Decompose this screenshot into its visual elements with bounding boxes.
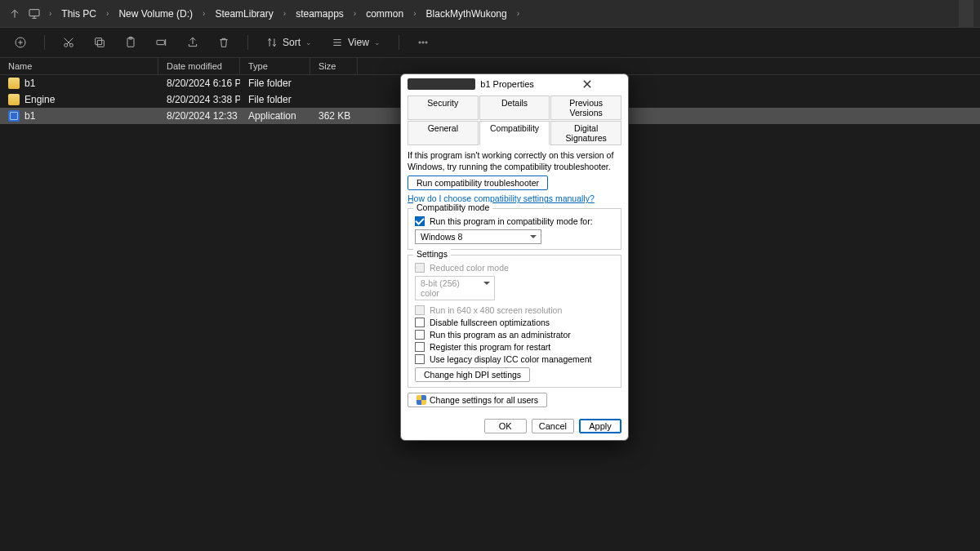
tab-digital-signatures[interactable]: Digital Signatures — [550, 121, 621, 145]
copy-icon[interactable] — [89, 32, 110, 53]
breadcrumb-item[interactable]: New Volume (D:) — [115, 8, 196, 20]
sort-label: Sort — [283, 37, 301, 48]
toolbar: Sort ⌄ View ⌄ — [0, 28, 980, 57]
change-all-users-button[interactable]: Change settings for all users — [408, 393, 547, 407]
compat-os-select[interactable]: Windows 8 — [415, 229, 541, 244]
change-dpi-button[interactable]: Change high DPI settings — [415, 367, 530, 382]
application-icon — [408, 78, 475, 90]
reduced-color-checkbox — [415, 263, 425, 273]
run-640-checkbox — [415, 305, 425, 315]
dialog-title: b1 Properties — [480, 79, 548, 89]
breadcrumb-bar: › This PC › New Volume (D:) › SteamLibra… — [0, 0, 980, 28]
chevron-right-icon: › — [350, 9, 359, 18]
svg-point-9 — [419, 42, 421, 43]
delete-icon[interactable] — [213, 32, 234, 53]
tab-general[interactable]: General — [408, 121, 479, 145]
dialog-intro-text: If this program isn't working correctly … — [408, 150, 621, 172]
svg-rect-5 — [96, 38, 102, 45]
column-header-size[interactable]: Size — [310, 58, 358, 74]
rename-icon[interactable] — [151, 32, 172, 53]
view-label: View — [348, 37, 369, 48]
monitor-icon[interactable] — [26, 6, 42, 22]
tab-security[interactable]: Security — [408, 96, 479, 120]
folder-icon — [8, 94, 20, 105]
column-header-type[interactable]: Type — [240, 58, 310, 74]
ok-button[interactable]: OK — [484, 419, 527, 433]
tab-previous-versions[interactable]: Previous Versions — [550, 96, 621, 120]
chevron-down-icon: ⌄ — [305, 38, 312, 47]
column-header-name[interactable]: Name — [0, 58, 158, 74]
shield-icon — [416, 395, 426, 405]
breadcrumb-item[interactable]: BlackMythWukong — [423, 8, 510, 20]
compat-mode-checkbox[interactable] — [415, 216, 425, 226]
chevron-right-icon: › — [46, 9, 55, 18]
run-troubleshooter-button[interactable]: Run compatibility troubleshooter — [408, 176, 548, 190]
close-button[interactable] — [554, 76, 621, 92]
chevron-right-icon: › — [280, 9, 289, 18]
column-header-date[interactable]: Date modified — [158, 58, 240, 74]
breadcrumb-item[interactable]: SteamLibrary — [212, 8, 276, 20]
cut-icon[interactable] — [58, 32, 79, 53]
up-icon[interactable] — [7, 6, 23, 22]
chevron-right-icon: › — [514, 9, 523, 18]
paste-icon[interactable] — [120, 32, 141, 53]
new-icon[interactable] — [10, 32, 31, 53]
apply-button[interactable]: Apply — [579, 419, 621, 433]
disable-fullscreen-checkbox[interactable] — [415, 318, 425, 327]
dialog-titlebar[interactable]: b1 Properties — [401, 74, 628, 94]
breadcrumb-item[interactable]: common — [363, 8, 407, 20]
sort-dropdown[interactable]: Sort ⌄ — [261, 37, 317, 48]
breadcrumb-item[interactable]: steamapps — [292, 8, 347, 20]
application-icon — [8, 110, 20, 122]
view-dropdown[interactable]: View ⌄ — [327, 37, 385, 48]
svg-rect-8 — [157, 40, 164, 44]
svg-rect-4 — [97, 40, 104, 47]
chevron-down-icon: ⌄ — [374, 38, 381, 47]
chevron-right-icon: › — [199, 9, 208, 18]
settings-group: Settings Reduced color mode 8-bit (256) … — [408, 255, 621, 388]
tab-details[interactable]: Details — [479, 96, 550, 120]
search-box[interactable] — [959, 0, 973, 28]
chevron-right-icon: › — [410, 9, 419, 18]
svg-rect-0 — [29, 9, 39, 16]
svg-point-10 — [422, 42, 424, 43]
folder-icon — [8, 78, 20, 89]
chevron-right-icon: › — [103, 9, 112, 18]
register-restart-checkbox[interactable] — [415, 342, 425, 352]
color-depth-select: 8-bit (256) color — [415, 276, 495, 300]
run-admin-checkbox[interactable] — [415, 330, 425, 340]
share-icon[interactable] — [182, 32, 203, 53]
legacy-icc-checkbox[interactable] — [415, 354, 425, 364]
more-icon[interactable] — [412, 32, 434, 53]
svg-point-11 — [425, 42, 427, 43]
tab-compatibility[interactable]: Compatibility — [479, 121, 550, 145]
column-headers: Name Date modified Type Size — [0, 57, 980, 75]
breadcrumb-item[interactable]: This PC — [58, 8, 100, 20]
compatibility-mode-group: Compatibility mode Run this program in c… — [408, 208, 621, 250]
cancel-button[interactable]: Cancel — [532, 419, 574, 433]
properties-dialog: b1 Properties Security Details Previous … — [400, 73, 629, 441]
